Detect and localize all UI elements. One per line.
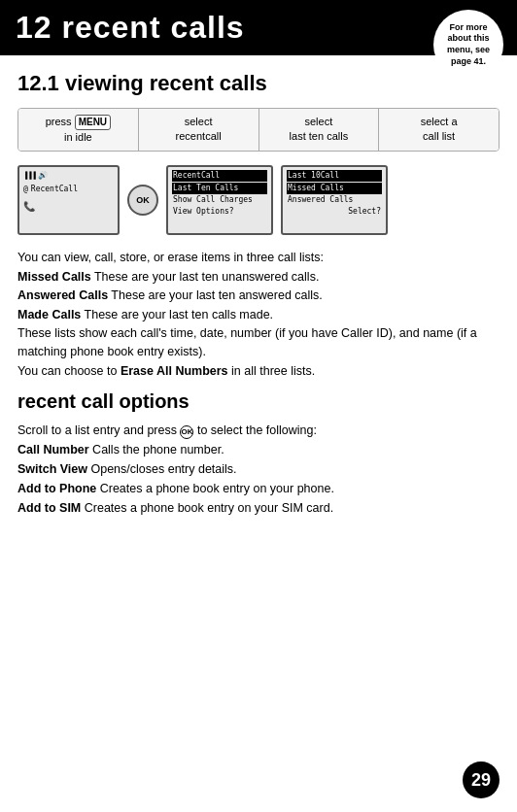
erase-text: Erase All Numbers bbox=[121, 364, 228, 378]
opt3-term: Add to Phone bbox=[17, 482, 96, 495]
screenshots-row: ▐▐▐ 🔊 @ RecentCall 📞 OK RecentCall Last … bbox=[17, 165, 500, 235]
step-1: press MENU in idle bbox=[18, 109, 139, 151]
screen3-row3: Select? bbox=[287, 206, 382, 218]
steps-row: press MENU in idle select recentcall sel… bbox=[17, 108, 500, 152]
opt4-desc: Creates a phone book entry on your SIM c… bbox=[81, 501, 333, 515]
step2-sub: recentcall bbox=[176, 130, 222, 142]
body-para2: These lists show each call's time, date,… bbox=[17, 326, 477, 358]
missed-calls-desc: These are your last ten unanswered calls… bbox=[91, 270, 320, 284]
phone-screen-2: RecentCall Last Ten Calls Show Call Char… bbox=[166, 165, 273, 235]
body-para1-text: You can view, call, store, or erase item… bbox=[17, 251, 324, 264]
phone-screen-1: ▐▐▐ 🔊 @ RecentCall 📞 bbox=[17, 165, 120, 235]
menu-key: MENU bbox=[75, 115, 111, 130]
screen3-header: Last 10Call bbox=[287, 170, 382, 182]
answered-calls-desc: These are your last ten answered calls. bbox=[108, 288, 323, 302]
opt3-desc: Creates a phone book entry on your phone… bbox=[96, 482, 334, 495]
badge-text: For more about this menu, see page 41. bbox=[447, 22, 490, 68]
recent-call-label: RecentCall bbox=[31, 184, 78, 195]
main-content: 12.1 viewing recent calls press MENU in … bbox=[0, 55, 517, 527]
info-badge: For more about this menu, see page 41. bbox=[433, 10, 503, 80]
options-intro: Scroll to a list entry and press bbox=[17, 423, 177, 437]
body-paragraph-1: You can view, call, store, or erase item… bbox=[17, 249, 500, 381]
step4-label: select a bbox=[421, 116, 458, 127]
page-header: 12 recent calls For more about this menu… bbox=[0, 0, 517, 55]
screen2-header: RecentCall bbox=[172, 170, 267, 182]
phone-screen-3: Last 10Call Missed Calls Answered Calls … bbox=[281, 165, 388, 235]
section1-title: 12.1 viewing recent calls bbox=[17, 71, 500, 96]
network-icon: 🔊 bbox=[38, 170, 48, 182]
ok-circle-icon: OK bbox=[180, 425, 193, 439]
opt4-term: Add to SIM bbox=[17, 501, 81, 515]
answered-calls-term: Answered Calls bbox=[17, 288, 108, 302]
screen3-row2: Answered Calls bbox=[287, 194, 382, 206]
step1-sub: in idle bbox=[64, 131, 92, 143]
ok-label: OK bbox=[136, 195, 150, 205]
phone-icon: 📞 bbox=[23, 201, 35, 212]
step1-label: press MENU bbox=[46, 116, 111, 127]
step4-sub: call list bbox=[423, 130, 455, 142]
step-2: select recentcall bbox=[139, 109, 259, 151]
opt2-term: Switch View bbox=[17, 462, 87, 476]
missed-calls-term: Missed Calls bbox=[17, 270, 91, 284]
options-text: Scroll to a list entry and press OK to s… bbox=[17, 421, 500, 518]
section2-title: recent call options bbox=[17, 390, 500, 413]
opt1-desc: Calls the phone number. bbox=[89, 443, 224, 457]
screen1-row1: @ RecentCall bbox=[23, 184, 114, 195]
step-3: select last ten calls bbox=[259, 109, 380, 151]
screen3-row1: Missed Calls bbox=[287, 183, 382, 194]
screen2-row1: Last Ten Calls bbox=[172, 183, 267, 194]
screen2-row3: View Options? bbox=[172, 206, 267, 218]
made-calls-term: Made Calls bbox=[17, 308, 81, 321]
signal-icon: ▐▐▐ bbox=[23, 171, 36, 182]
step-4: select a call list bbox=[379, 109, 499, 151]
ok-button[interactable]: OK bbox=[127, 185, 158, 216]
opt2-desc: Opens/closes entry details. bbox=[87, 462, 237, 476]
page-number: 29 bbox=[463, 761, 500, 798]
body-para3b: in all three lists. bbox=[228, 364, 316, 378]
opt1-term: Call Number bbox=[17, 443, 89, 457]
made-calls-desc: These are your last ten calls made. bbox=[81, 308, 273, 321]
options-intro2: to select the following: bbox=[197, 423, 317, 437]
step2-label: select bbox=[185, 116, 213, 127]
screen1-row2: 📞 bbox=[23, 199, 114, 214]
body-para3a: You can choose to bbox=[17, 364, 121, 378]
step3-sub: last ten calls bbox=[290, 130, 349, 142]
screen1-top: ▐▐▐ 🔊 bbox=[23, 170, 114, 182]
step3-label: select bbox=[305, 116, 333, 127]
at-icon: @ bbox=[23, 184, 28, 195]
screen2-row2: Show Call Charges bbox=[172, 194, 267, 206]
page-title: 12 recent calls bbox=[16, 10, 245, 46]
